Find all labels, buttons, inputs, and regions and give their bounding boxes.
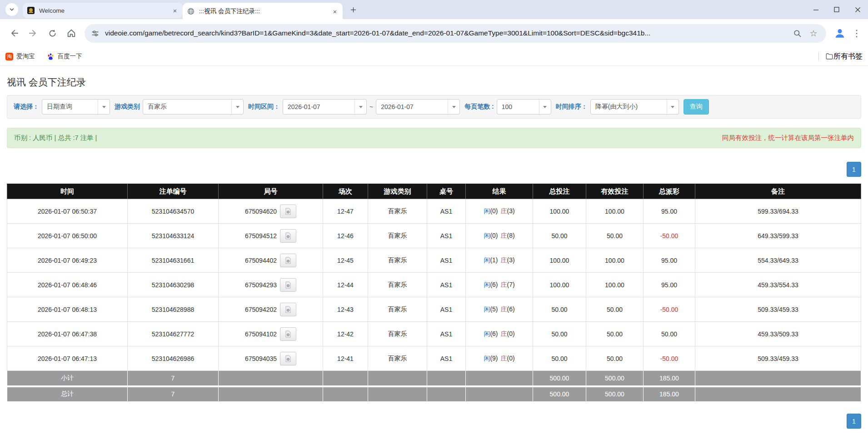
cell-game: 百家乐 [368,273,427,297]
subtotal-total-bet: 500.00 [533,371,586,386]
cell-total-bet-link[interactable]: 50.00 [533,297,586,322]
tab-close-icon[interactable]: × [171,6,179,15]
select-type-label: 请选择： [14,103,39,111]
back-button[interactable] [6,25,22,41]
bookmark-star-icon[interactable]: ☆ [807,27,820,40]
tab-welcome[interactable]: Welcome × [23,3,183,18]
all-bookmarks-button[interactable]: 所有书签 [825,52,863,61]
cell-time: 2026-01-07 06:47:38 [7,322,128,346]
cell-bet-id: 523104628988 [128,297,219,322]
cell-valid-bet: 100.00 [586,199,644,224]
profile-avatar[interactable] [832,25,848,41]
cell-session: 12-45 [323,248,368,273]
search-button[interactable]: 查询 [683,99,709,115]
browser-menu-button[interactable]: ⋮ [850,28,863,39]
pagination-top: 1 [7,162,861,177]
url-bar[interactable]: videoie.com/game/betrecord_search/kind3?… [85,24,826,43]
table-row: 2026-01-07 06:47:13 523104626986 6750940… [7,346,861,371]
summary-bar: 币别 : 人民币 | 总共 :7 注单 | 同局有效投注，统一计算在该局第一张注… [7,128,861,148]
cell-payout: 95.00 [644,248,695,273]
cell-result: 闲(9)庄(0) [466,346,533,371]
chevron-down-icon [448,100,459,114]
total-row: 总计 7 500.00 500.00 185.00 [7,386,861,402]
new-tab-button[interactable] [346,3,360,16]
replay-video-button[interactable] [280,254,296,267]
cell-payout: 95.00 [644,199,695,224]
page-1-button[interactable]: 1 [847,414,861,429]
bookmark-aitaobao[interactable]: 淘 爱淘宝 [5,52,35,60]
chevron-down-icon [667,100,678,114]
url-text[interactable]: videoie.com/game/betrecord_search/kind3?… [105,29,787,37]
bookmark-baidu[interactable]: 百度一下 [47,52,82,60]
close-window-button[interactable] [847,0,868,19]
cell-time: 2026-01-07 06:50:37 [7,199,128,224]
cell-valid-bet: 50.00 [586,297,644,322]
currency-summary-text: 币别 : 人民币 | 总共 :7 注单 | [14,134,97,142]
table-body: 2026-01-07 06:50:37 523104634570 6750946… [7,199,861,402]
folder-icon [825,52,833,60]
tab-close-icon[interactable]: × [331,7,339,15]
cell-total-bet-link[interactable]: 100.00 [533,273,586,297]
page-1-button[interactable]: 1 [847,162,861,177]
cell-bet-id: 523104633124 [128,224,219,248]
query-type-select[interactable]: 日期查询 [42,99,110,115]
replay-video-button[interactable] [280,327,296,341]
forward-arrow-icon [28,28,38,38]
back-arrow-icon [9,28,19,38]
taobao-icon: 淘 [5,53,13,60]
replay-video-button[interactable] [280,303,296,316]
date-start-select[interactable]: 2026-01-07 [283,99,367,115]
date-range-label: 时间区间： [248,103,280,111]
tab-search-button[interactable] [5,3,18,16]
cell-note: 459.33/554.33 [695,273,861,297]
filter-panel: 请选择： 日期查询 游戏类别 百家乐 时间区间： 2026-01-07 ~ 20… [7,95,861,119]
per-page-select[interactable]: 100 [497,99,551,115]
sort-select[interactable]: 降幂(由大到小) [590,99,679,115]
cell-total-bet-link[interactable]: 50.00 [533,322,586,346]
date-end-select[interactable]: 2026-01-07 [376,99,460,115]
col-time: 时间 [7,184,128,199]
cell-round: 675094293 [219,273,323,297]
cell-total-bet-link[interactable]: 100.00 [533,248,586,273]
cell-table-no: AS1 [427,322,466,346]
cell-bet-id: 523104630298 [128,273,219,297]
cell-result: 闲(6)庄(7) [466,273,533,297]
per-page-label: 每页笔数 : [464,103,494,111]
cell-table-no: AS1 [427,346,466,371]
cell-total-bet-link[interactable]: 100.00 [533,199,586,224]
chevron-down-icon [354,100,366,114]
replay-video-button[interactable] [280,352,296,365]
replay-video-button[interactable] [280,278,296,292]
reload-button[interactable] [44,25,60,41]
cell-table-no: AS1 [427,224,466,248]
replay-video-button[interactable] [280,229,296,243]
baidu-paw-icon [47,53,55,60]
cell-note: 509.33/459.33 [695,346,861,371]
cell-result: 闲(0)庄(8) [466,224,533,248]
game-kind-label: 游戏类别 [115,103,140,111]
tab-betrecord[interactable]: :::视讯 会员下注纪录::: × [183,3,343,20]
cell-note: 459.33/509.33 [695,322,861,346]
site-settings-icon[interactable] [91,29,100,38]
replay-video-button[interactable] [280,205,296,218]
game-kind-select[interactable]: 百家乐 [143,99,244,115]
tab-title: Welcome [39,7,171,14]
cell-valid-bet: 50.00 [586,224,644,248]
bookmark-label: 爱淘宝 [16,52,35,60]
forward-button[interactable] [25,25,41,41]
home-button[interactable] [63,25,80,41]
cell-round: 675094402 [219,248,323,273]
cell-game: 百家乐 [368,322,427,346]
minimize-button[interactable] [805,0,826,19]
zoom-indicator-icon[interactable] [791,27,803,40]
page-title: 视讯 会员下注纪录 [7,66,861,95]
cell-time: 2026-01-07 06:47:13 [7,346,128,371]
cell-payout: -50.00 [644,224,695,248]
cell-total-bet-link[interactable]: 50.00 [533,346,586,371]
col-note: 备注 [695,184,861,199]
total-valid-bet: 500.00 [586,386,644,402]
cell-total-bet-link[interactable]: 50.00 [533,224,586,248]
cell-payout: -50.00 [644,297,695,322]
maximize-button[interactable] [826,0,847,19]
pagination-bottom: 1 [7,414,861,429]
